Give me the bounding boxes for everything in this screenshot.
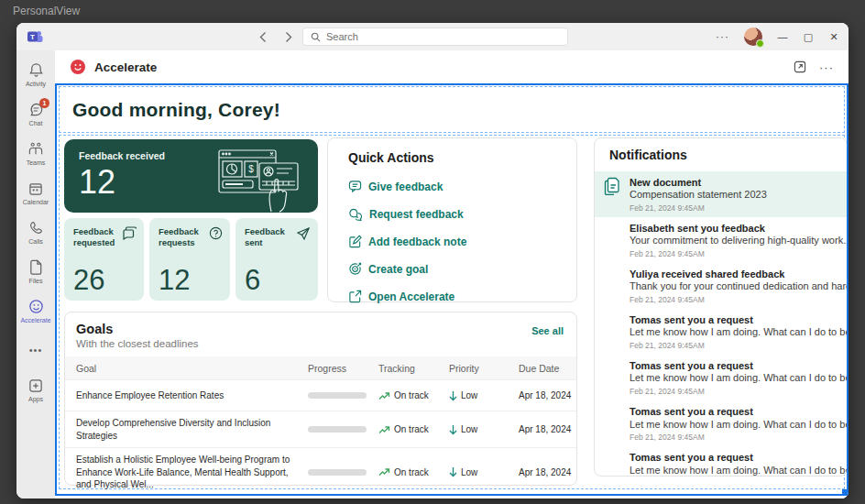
notification-time: Feb 21, 2024 9:45AM xyxy=(630,295,848,304)
open-accelerate-action[interactable]: Open Accelerate xyxy=(348,285,556,308)
create-goal-action[interactable]: Create goal xyxy=(348,257,556,280)
dashboard-content: Good morning, Corey! Feedback received 1… xyxy=(55,83,849,499)
os-window-title: PersonalView xyxy=(13,5,80,17)
sidebar-item-calendar[interactable]: Calendar xyxy=(16,174,55,211)
forward-button[interactable] xyxy=(282,29,295,44)
goal-row[interactable]: Enhance Employee Retention Rates On trac… xyxy=(65,379,576,411)
quick-actions-title: Quick Actions xyxy=(348,150,556,165)
goal-row[interactable]: Develop Comprehensive Diversity and Incl… xyxy=(65,411,576,447)
nav-arrows xyxy=(257,29,295,44)
sidebar-item-label: Teams xyxy=(27,159,46,166)
maximize-button[interactable]: ▢ xyxy=(803,31,814,43)
goal-name: Establish a Holistic Employee Well-being… xyxy=(76,448,308,497)
sidebar-item-more[interactable]: ••• xyxy=(16,332,55,368)
sidebar-item-accelerate[interactable]: Accelerate xyxy=(16,292,55,329)
apps-plus-icon xyxy=(27,378,44,394)
red-smiley-icon xyxy=(70,59,86,75)
stat-label: Feedback sent xyxy=(245,226,300,248)
notification-item[interactable]: Elisabeth sent you feedback Your commitm… xyxy=(595,217,847,263)
sidebar-item-files[interactable]: Files xyxy=(16,253,55,290)
edit-note-icon xyxy=(348,235,362,248)
feedback-received-card[interactable]: Feedback received 12 $ xyxy=(64,139,318,213)
give-feedback-action[interactable]: Give feedback xyxy=(348,175,556,198)
sidebar-item-label: Apps xyxy=(28,396,43,402)
notification-item[interactable]: Yuliya received shared feedback Thank yo… xyxy=(595,263,847,309)
search-input[interactable]: Search xyxy=(302,27,568,46)
arrow-down-icon xyxy=(449,390,457,401)
document-icon xyxy=(604,176,622,213)
bell-icon xyxy=(27,62,44,79)
presence-available-icon xyxy=(756,39,764,48)
stat-value: 12 xyxy=(79,163,115,202)
tracking-label: On track xyxy=(394,424,429,434)
search-placeholder: Search xyxy=(326,31,358,42)
user-avatar[interactable] xyxy=(744,27,762,46)
dashboard-hand-illustration: $ xyxy=(214,143,309,213)
notification-item[interactable]: Tomas sent you a request Let me know how… xyxy=(595,446,847,477)
sidebar-item-apps[interactable]: Apps xyxy=(16,371,55,408)
titlebar-controls: ··· — ▢ ✕ xyxy=(716,23,839,50)
notification-body: Thank you for your continued dedication … xyxy=(630,280,848,293)
goal-name: Enhance Employee Retention Rates xyxy=(76,384,308,408)
titlebar: T Search ··· — ▢ ✕ xyxy=(16,23,849,50)
column-tracking: Tracking xyxy=(378,363,449,374)
notification-time: Feb 21, 2024 9:45AM xyxy=(630,387,848,396)
popout-icon[interactable] xyxy=(794,60,806,73)
notification-time: Feb 21, 2024 9:45AM xyxy=(630,249,848,258)
notifications-panel: Notifications New document Compensation … xyxy=(594,137,848,477)
notification-item[interactable]: Tomas sent you a request Let me know how… xyxy=(595,355,847,400)
feedback-sent-card[interactable]: Feedback sent 6 xyxy=(235,218,318,301)
sidebar-item-teams[interactable]: Teams xyxy=(16,135,55,171)
notification-title: Elisabeth sent you feedback xyxy=(630,222,848,235)
notifications-title: Notifications xyxy=(595,148,847,162)
feedback-requested-card[interactable]: Feedback requested 26 xyxy=(64,218,144,301)
comment-icon xyxy=(348,180,362,193)
sidebar-item-label: Calendar xyxy=(23,199,49,205)
request-feedback-action[interactable]: Request feedback xyxy=(348,203,556,225)
notification-title: Tomas sent you a request xyxy=(630,313,848,326)
sidebar-item-activity[interactable]: Activity xyxy=(16,56,55,93)
target-icon xyxy=(348,262,362,276)
notification-item[interactable]: New document Compensation statement 2023… xyxy=(595,171,847,217)
file-icon xyxy=(27,259,44,276)
minimize-button[interactable]: — xyxy=(777,31,788,42)
selection-resize-handle[interactable] xyxy=(842,489,849,496)
arrow-down-icon xyxy=(449,424,457,435)
goal-row[interactable]: Establish a Holistic Employee Well-being… xyxy=(65,447,576,497)
notification-body: Let me know how I am doing. What can I d… xyxy=(630,419,848,432)
notification-title: Tomas sent you a request xyxy=(630,451,848,464)
action-label: Request feedback xyxy=(369,208,464,221)
notification-body: Let me know how I am doing. What can I d… xyxy=(630,465,848,477)
teams-logo-icon: T xyxy=(27,29,43,44)
add-feedback-note-action[interactable]: Add feedback note xyxy=(348,230,556,253)
notification-item[interactable]: Tomas sent you a request Let me know how… xyxy=(595,309,847,355)
app-rail: Activity 1 Chat Teams Calendar xyxy=(16,50,55,499)
app-more-button[interactable]: ··· xyxy=(819,60,834,74)
avatar xyxy=(604,268,622,304)
notification-time: Feb 21, 2024 9:45AM xyxy=(630,341,848,350)
notification-body: Let me know how I am doing. What can I d… xyxy=(630,326,848,339)
arrow-down-icon xyxy=(449,466,457,477)
stat-label: Feedback requests xyxy=(159,226,214,248)
column-due-date: Due Date xyxy=(519,363,589,374)
teams-window: T Search ··· — ▢ ✕ xyxy=(16,23,849,499)
notification-item[interactable]: Tomas sent you a request Let me know how… xyxy=(595,400,847,446)
svg-text:T: T xyxy=(30,33,35,41)
sidebar-item-calls[interactable]: Calls xyxy=(16,214,55,250)
stat-value: 12 xyxy=(159,264,190,297)
feedback-requests-card[interactable]: Feedback requests 12 xyxy=(149,218,230,301)
see-all-link[interactable]: See all xyxy=(531,322,564,349)
titlebar-more-button[interactable]: ··· xyxy=(716,30,729,43)
trend-up-icon xyxy=(378,425,390,434)
progress-bar xyxy=(308,392,367,399)
smiley-icon xyxy=(27,299,44,315)
close-button[interactable]: ✕ xyxy=(828,31,839,43)
action-label: Add feedback note xyxy=(368,236,466,248)
action-label: Create goal xyxy=(368,263,428,276)
trend-up-icon xyxy=(378,467,390,477)
stat-label: Feedback received xyxy=(79,150,165,161)
stat-value: 6 xyxy=(245,264,260,297)
notification-body: Compensation statement 2023 xyxy=(630,189,767,202)
back-button[interactable] xyxy=(257,29,269,44)
sidebar-item-chat[interactable]: 1 Chat xyxy=(16,95,55,132)
